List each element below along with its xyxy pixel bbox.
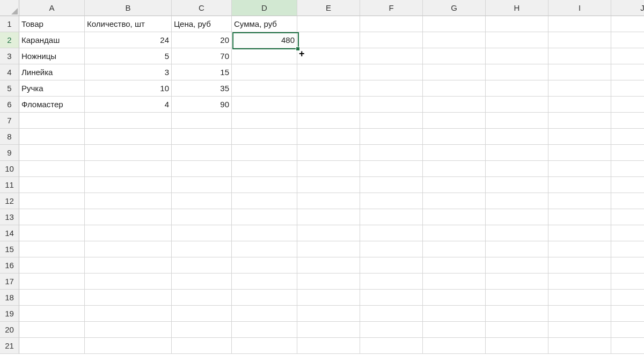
cell-F3[interactable]	[360, 48, 423, 64]
cell-H19[interactable]	[486, 306, 548, 322]
cell-F12[interactable]	[360, 193, 423, 209]
cell-H13[interactable]	[486, 209, 548, 225]
cell-A5[interactable]: Ручка	[19, 80, 85, 97]
cell-D2[interactable]: 480	[232, 32, 297, 48]
cell-F18[interactable]	[360, 290, 423, 306]
cell-G20[interactable]	[423, 322, 486, 338]
cell-F19[interactable]	[360, 306, 423, 322]
cell-F9[interactable]	[360, 145, 423, 161]
cell-H7[interactable]	[486, 113, 548, 129]
col-header-F[interactable]: F	[360, 0, 423, 16]
cell-A14[interactable]	[19, 225, 85, 241]
cell-I3[interactable]	[548, 48, 611, 64]
cell-C2[interactable]: 20	[172, 32, 232, 48]
cell-D6[interactable]	[232, 97, 297, 113]
cell-C21[interactable]	[172, 338, 232, 354]
cell-A12[interactable]	[19, 193, 85, 209]
cell-C1[interactable]: Цена, руб	[172, 16, 232, 32]
cell-G9[interactable]	[423, 145, 486, 161]
cell-J3[interactable]	[611, 48, 644, 64]
cell-C16[interactable]	[172, 257, 232, 274]
cell-H10[interactable]	[486, 161, 548, 177]
cell-C18[interactable]	[172, 290, 232, 306]
cell-F4[interactable]	[360, 64, 423, 80]
row-header-17[interactable]: 17	[0, 274, 19, 290]
cell-F2[interactable]	[360, 32, 423, 48]
row-header-1[interactable]: 1	[0, 16, 19, 32]
row-header-5[interactable]: 5	[0, 80, 19, 97]
cell-J15[interactable]	[611, 241, 644, 257]
cell-C8[interactable]	[172, 129, 232, 145]
row-header-13[interactable]: 13	[0, 209, 19, 225]
cell-G14[interactable]	[423, 225, 486, 241]
cell-C13[interactable]	[172, 209, 232, 225]
cell-D21[interactable]	[232, 338, 297, 354]
cell-C12[interactable]	[172, 193, 232, 209]
cell-A2[interactable]: Карандаш	[19, 32, 85, 48]
cell-E4[interactable]	[297, 64, 360, 80]
cell-J8[interactable]	[611, 129, 644, 145]
cell-D15[interactable]	[232, 241, 297, 257]
cell-A6[interactable]: Фломастер	[19, 97, 85, 113]
cell-I18[interactable]	[548, 290, 611, 306]
cell-J12[interactable]	[611, 193, 644, 209]
row-header-15[interactable]: 15	[0, 241, 19, 257]
row-header-10[interactable]: 10	[0, 161, 19, 177]
cell-H1[interactable]	[486, 16, 548, 32]
row-header-3[interactable]: 3	[0, 48, 19, 64]
cell-F15[interactable]	[360, 241, 423, 257]
cell-G12[interactable]	[423, 193, 486, 209]
cell-J9[interactable]	[611, 145, 644, 161]
col-header-C[interactable]: C	[172, 0, 232, 16]
cell-E8[interactable]	[297, 129, 360, 145]
cell-E16[interactable]	[297, 257, 360, 274]
cell-G5[interactable]	[423, 80, 486, 97]
cell-B17[interactable]	[85, 274, 172, 290]
cell-D16[interactable]	[232, 257, 297, 274]
cell-B2[interactable]: 24	[85, 32, 172, 48]
cell-E7[interactable]	[297, 113, 360, 129]
cell-J2[interactable]	[611, 32, 644, 48]
cell-D13[interactable]	[232, 209, 297, 225]
cell-F17[interactable]	[360, 274, 423, 290]
cell-G21[interactable]	[423, 338, 486, 354]
select-all-corner[interactable]	[0, 0, 19, 16]
row-header-4[interactable]: 4	[0, 64, 19, 80]
cell-E15[interactable]	[297, 241, 360, 257]
cell-D20[interactable]	[232, 322, 297, 338]
cell-H17[interactable]	[486, 274, 548, 290]
cell-B19[interactable]	[85, 306, 172, 322]
cell-D12[interactable]	[232, 193, 297, 209]
row-header-7[interactable]: 7	[0, 113, 19, 129]
cell-D10[interactable]	[232, 161, 297, 177]
cell-I19[interactable]	[548, 306, 611, 322]
cell-G11[interactable]	[423, 177, 486, 193]
cell-J6[interactable]	[611, 97, 644, 113]
cell-C7[interactable]	[172, 113, 232, 129]
cell-G6[interactable]	[423, 97, 486, 113]
row-header-12[interactable]: 12	[0, 193, 19, 209]
cell-B16[interactable]	[85, 257, 172, 274]
col-header-I[interactable]: I	[548, 0, 611, 16]
cell-D14[interactable]	[232, 225, 297, 241]
cell-B21[interactable]	[85, 338, 172, 354]
cell-A11[interactable]	[19, 177, 85, 193]
cell-D7[interactable]	[232, 113, 297, 129]
cell-B3[interactable]: 5	[85, 48, 172, 64]
cell-I7[interactable]	[548, 113, 611, 129]
cell-B14[interactable]	[85, 225, 172, 241]
row-header-11[interactable]: 11	[0, 177, 19, 193]
cell-F11[interactable]	[360, 177, 423, 193]
cell-B15[interactable]	[85, 241, 172, 257]
cell-I1[interactable]	[548, 16, 611, 32]
cell-I4[interactable]	[548, 64, 611, 80]
row-header-14[interactable]: 14	[0, 225, 19, 241]
cell-B9[interactable]	[85, 145, 172, 161]
cell-I21[interactable]	[548, 338, 611, 354]
cell-C10[interactable]	[172, 161, 232, 177]
cell-H11[interactable]	[486, 177, 548, 193]
cell-F16[interactable]	[360, 257, 423, 274]
cell-G1[interactable]	[423, 16, 486, 32]
cell-D9[interactable]	[232, 145, 297, 161]
cell-B1[interactable]: Количество, шт	[85, 16, 172, 32]
